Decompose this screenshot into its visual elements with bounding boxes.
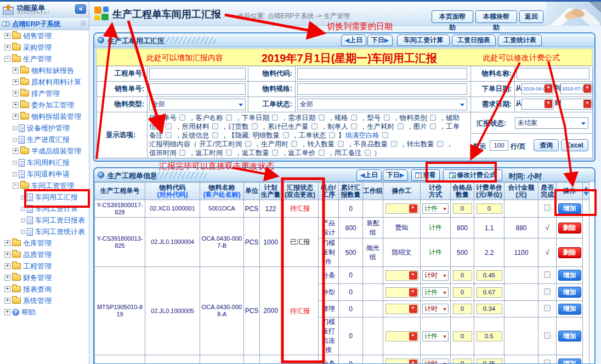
sidebar-item-车间工资管理[interactable]: −车间工资管理 — [0, 180, 89, 191]
cell-qualified-qty[interactable]: 0 — [451, 355, 474, 364]
prev-day-button[interactable]: ◀上日 — [356, 169, 382, 181]
option-checkbox[interactable] — [319, 150, 325, 156]
excel-button[interactable]: Excel — [561, 139, 588, 151]
add-button[interactable]: 增加 — [558, 287, 581, 298]
sidebar-item-生产进度汇报[interactable]: 生产进度汇报 — [0, 134, 89, 145]
sidebar-item-原材料用料计算[interactable]: +原材料用料计算 — [0, 76, 89, 88]
option-checkbox[interactable] — [179, 150, 185, 156]
demand-date-to-input[interactable]: * — [560, 99, 592, 110]
cell-pricing-method[interactable]: 计件 — [421, 317, 451, 355]
add-button[interactable]: 增加 — [558, 270, 581, 281]
tree-expand-icon[interactable]: + — [4, 298, 10, 304]
cell-operator[interactable]: * — [383, 301, 421, 317]
done-checkbox[interactable] — [544, 204, 551, 211]
material-name-input[interactable] — [517, 68, 589, 79]
sidebar-item-生产管理[interactable]: −生产管理 — [0, 53, 89, 65]
unit-price-input[interactable]: 0.34 — [477, 304, 502, 314]
tree-expand-icon[interactable]: + — [4, 309, 10, 315]
option-checkbox[interactable] — [226, 115, 232, 121]
delete-button[interactable]: 删除 — [558, 223, 581, 234]
pricing-select[interactable]: 计时 — [422, 359, 449, 364]
tree-expand-icon[interactable]: + — [13, 79, 19, 85]
sidebar-item-车间用工汇报[interactable]: 车间用工汇报 — [0, 191, 89, 203]
tab-wage-calc[interactable]: 车间工资计算 — [397, 35, 450, 46]
option-checkbox[interactable] — [384, 115, 390, 121]
sort-desc-icon[interactable] — [583, 192, 589, 198]
unit-price-input[interactable]: 0 — [477, 203, 502, 214]
sidebar-item-财务管理[interactable]: +财务管理 — [0, 272, 89, 283]
wo-status-select[interactable]: 全部 — [297, 99, 467, 110]
option-checkbox[interactable] — [311, 123, 317, 129]
option-checkbox[interactable] — [398, 123, 404, 129]
qualified-qty-input[interactable]: 0 — [453, 304, 472, 314]
sidebar-collapse-button[interactable]: « — [75, 4, 86, 14]
option-checkbox[interactable] — [329, 132, 335, 138]
pricing-select[interactable]: 计时 — [422, 270, 449, 281]
sidebar-item-车间工资统计表[interactable]: 车间工资统计表 — [0, 226, 89, 237]
view-button[interactable]: 查看 — [411, 169, 440, 181]
done-checkbox[interactable] — [544, 271, 551, 278]
order-date-from-input[interactable]: 2019-04-02* — [521, 83, 553, 94]
sidebar-item-物料短缺报告[interactable]: +物料短缺报告 — [0, 65, 89, 76]
sidebar-item-销售管理[interactable]: +销售管理 — [0, 30, 89, 42]
tree-expand-icon[interactable]: + — [13, 148, 19, 154]
tree-expand-icon[interactable]: + — [4, 252, 10, 258]
query-button[interactable]: 查询 — [534, 139, 559, 151]
prev-day-button[interactable]: ◀上日 — [341, 35, 366, 46]
cell-pricing-method[interactable]: 计时 — [421, 267, 451, 284]
cell-pricing-method[interactable]: 计件 — [421, 284, 451, 301]
add-button[interactable]: 增加 — [558, 331, 581, 342]
option-checkbox[interactable] — [283, 132, 289, 138]
tree-expand-icon[interactable]: + — [4, 33, 10, 39]
unit-price-input[interactable]: 0.5 — [477, 331, 502, 342]
date-picker-icon[interactable]: * — [545, 84, 552, 93]
report-status-select[interactable]: 未结案 — [515, 117, 588, 129]
option-checkbox[interactable] — [212, 132, 218, 138]
option-checkbox[interactable] — [437, 141, 443, 147]
cell-qualified-qty[interactable]: 0 — [451, 284, 474, 301]
order-no-input[interactable] — [149, 68, 246, 79]
cell-done[interactable] — [538, 355, 557, 364]
next-day-button[interactable]: 下日▶ — [383, 169, 408, 181]
cell-qualified-qty[interactable]: 0 — [451, 317, 474, 355]
cell-done[interactable] — [538, 301, 557, 317]
erp-system-bar[interactable]: 点晴ERP子系统 — [0, 18, 89, 30]
pricing-select[interactable]: 计件 — [422, 203, 449, 214]
cell-done[interactable] — [538, 317, 557, 355]
cell-pricing-method[interactable]: 计时 — [421, 355, 451, 364]
cell-unit-price[interactable]: 0.45 — [474, 355, 504, 364]
module-help-button[interactable]: 本模块帮助 — [475, 10, 517, 23]
qualified-qty-input[interactable]: 0 — [453, 331, 472, 342]
sidebar-item-帮助[interactable]: +?帮助 — [0, 306, 89, 318]
add-button[interactable]: 增加 — [558, 203, 581, 214]
cell-operator[interactable]: * — [383, 355, 421, 364]
cell-report-status[interactable]: 待汇报 — [282, 200, 319, 218]
pricing-select[interactable]: 计时 — [422, 304, 449, 314]
fill-blank-link[interactable]: 填满空白格 — [345, 132, 379, 139]
sidebar-item-设备维护管理[interactable]: 设备维护管理 — [0, 122, 89, 134]
sidebar-item-排产管理[interactable]: +排产管理 — [0, 88, 89, 99]
cell-done[interactable] — [538, 200, 557, 218]
add-button[interactable]: 增加 — [558, 304, 581, 315]
sales-no-input[interactable] — [149, 83, 246, 95]
rows-per-page-input[interactable]: 100 — [490, 140, 508, 151]
operator-input[interactable]: * — [385, 359, 418, 364]
option-checkbox[interactable] — [291, 141, 297, 147]
operator-input[interactable]: * — [385, 287, 418, 298]
sidebar-item-采购管理[interactable]: +采购管理 — [0, 42, 89, 53]
operator-input[interactable]: * — [385, 304, 418, 314]
done-checkbox[interactable] — [544, 288, 551, 295]
unit-price-input[interactable]: 0.67 — [477, 287, 502, 298]
cell-unit-price[interactable]: 0.45 — [474, 267, 504, 284]
unit-price-input[interactable]: 0.45 — [477, 359, 502, 364]
cell-pricing-method[interactable]: 计件 — [421, 200, 451, 218]
page-help-button[interactable]: 本页面帮助 — [432, 10, 473, 23]
option-checkbox[interactable] — [351, 123, 357, 129]
sidebar-item-品质管理[interactable]: +品质管理 — [0, 249, 89, 260]
cell-qualified-qty[interactable]: 0 — [451, 301, 474, 317]
operator-picker-icon[interactable]: * — [409, 360, 417, 364]
cell-unit-price[interactable]: 0 — [474, 200, 504, 218]
qualified-qty-input[interactable]: 0 — [453, 270, 472, 281]
cell-unit-price[interactable]: 0.34 — [474, 301, 504, 317]
operator-input[interactable]: * — [385, 270, 418, 281]
